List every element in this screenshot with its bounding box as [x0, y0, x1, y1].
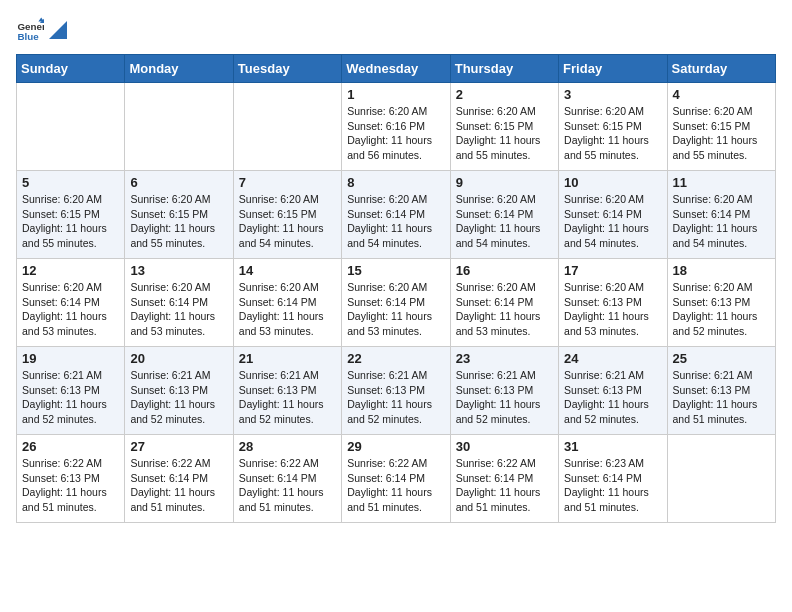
calendar-cell: 21Sunrise: 6:21 AMSunset: 6:13 PMDayligh…	[233, 347, 341, 435]
calendar-cell: 7Sunrise: 6:20 AMSunset: 6:15 PMDaylight…	[233, 171, 341, 259]
calendar-header-wednesday: Wednesday	[342, 55, 450, 83]
day-number: 28	[239, 439, 336, 454]
day-info: Sunrise: 6:21 AMSunset: 6:13 PMDaylight:…	[22, 368, 119, 427]
calendar-cell: 9Sunrise: 6:20 AMSunset: 6:14 PMDaylight…	[450, 171, 558, 259]
day-info: Sunrise: 6:20 AMSunset: 6:15 PMDaylight:…	[239, 192, 336, 251]
day-info: Sunrise: 6:20 AMSunset: 6:15 PMDaylight:…	[564, 104, 661, 163]
day-info: Sunrise: 6:20 AMSunset: 6:14 PMDaylight:…	[456, 192, 553, 251]
calendar-cell: 2Sunrise: 6:20 AMSunset: 6:15 PMDaylight…	[450, 83, 558, 171]
calendar-week-row: 12Sunrise: 6:20 AMSunset: 6:14 PMDayligh…	[17, 259, 776, 347]
day-info: Sunrise: 6:22 AMSunset: 6:14 PMDaylight:…	[239, 456, 336, 515]
calendar-cell: 23Sunrise: 6:21 AMSunset: 6:13 PMDayligh…	[450, 347, 558, 435]
day-info: Sunrise: 6:21 AMSunset: 6:13 PMDaylight:…	[673, 368, 770, 427]
logo: General Blue	[16, 16, 68, 44]
day-info: Sunrise: 6:20 AMSunset: 6:15 PMDaylight:…	[22, 192, 119, 251]
logo-icon: General Blue	[16, 16, 44, 44]
calendar-header-sunday: Sunday	[17, 55, 125, 83]
day-number: 14	[239, 263, 336, 278]
calendar-week-row: 5Sunrise: 6:20 AMSunset: 6:15 PMDaylight…	[17, 171, 776, 259]
calendar-cell: 3Sunrise: 6:20 AMSunset: 6:15 PMDaylight…	[559, 83, 667, 171]
day-number: 19	[22, 351, 119, 366]
day-number: 9	[456, 175, 553, 190]
calendar-cell: 31Sunrise: 6:23 AMSunset: 6:14 PMDayligh…	[559, 435, 667, 523]
svg-marker-4	[49, 21, 67, 39]
day-number: 2	[456, 87, 553, 102]
calendar-cell: 14Sunrise: 6:20 AMSunset: 6:14 PMDayligh…	[233, 259, 341, 347]
day-info: Sunrise: 6:20 AMSunset: 6:14 PMDaylight:…	[673, 192, 770, 251]
day-number: 16	[456, 263, 553, 278]
calendar-cell: 4Sunrise: 6:20 AMSunset: 6:15 PMDaylight…	[667, 83, 775, 171]
page-header: General Blue	[16, 16, 776, 44]
calendar-cell: 26Sunrise: 6:22 AMSunset: 6:13 PMDayligh…	[17, 435, 125, 523]
calendar-cell: 16Sunrise: 6:20 AMSunset: 6:14 PMDayligh…	[450, 259, 558, 347]
calendar-header-row: SundayMondayTuesdayWednesdayThursdayFrid…	[17, 55, 776, 83]
calendar-cell	[125, 83, 233, 171]
day-number: 27	[130, 439, 227, 454]
calendar-header-monday: Monday	[125, 55, 233, 83]
day-number: 13	[130, 263, 227, 278]
calendar-cell: 17Sunrise: 6:20 AMSunset: 6:13 PMDayligh…	[559, 259, 667, 347]
calendar-cell: 20Sunrise: 6:21 AMSunset: 6:13 PMDayligh…	[125, 347, 233, 435]
day-number: 29	[347, 439, 444, 454]
calendar-cell: 10Sunrise: 6:20 AMSunset: 6:14 PMDayligh…	[559, 171, 667, 259]
calendar-cell: 11Sunrise: 6:20 AMSunset: 6:14 PMDayligh…	[667, 171, 775, 259]
day-info: Sunrise: 6:22 AMSunset: 6:13 PMDaylight:…	[22, 456, 119, 515]
day-info: Sunrise: 6:20 AMSunset: 6:14 PMDaylight:…	[239, 280, 336, 339]
calendar-week-row: 1Sunrise: 6:20 AMSunset: 6:16 PMDaylight…	[17, 83, 776, 171]
day-info: Sunrise: 6:20 AMSunset: 6:14 PMDaylight:…	[564, 192, 661, 251]
calendar-cell: 24Sunrise: 6:21 AMSunset: 6:13 PMDayligh…	[559, 347, 667, 435]
calendar-header-friday: Friday	[559, 55, 667, 83]
day-info: Sunrise: 6:20 AMSunset: 6:13 PMDaylight:…	[564, 280, 661, 339]
calendar-cell: 8Sunrise: 6:20 AMSunset: 6:14 PMDaylight…	[342, 171, 450, 259]
day-info: Sunrise: 6:20 AMSunset: 6:15 PMDaylight:…	[456, 104, 553, 163]
calendar-cell: 15Sunrise: 6:20 AMSunset: 6:14 PMDayligh…	[342, 259, 450, 347]
day-info: Sunrise: 6:20 AMSunset: 6:14 PMDaylight:…	[347, 192, 444, 251]
day-number: 26	[22, 439, 119, 454]
day-number: 6	[130, 175, 227, 190]
day-number: 7	[239, 175, 336, 190]
calendar-cell: 13Sunrise: 6:20 AMSunset: 6:14 PMDayligh…	[125, 259, 233, 347]
day-info: Sunrise: 6:22 AMSunset: 6:14 PMDaylight:…	[130, 456, 227, 515]
day-number: 22	[347, 351, 444, 366]
day-info: Sunrise: 6:20 AMSunset: 6:16 PMDaylight:…	[347, 104, 444, 163]
day-number: 15	[347, 263, 444, 278]
day-info: Sunrise: 6:20 AMSunset: 6:14 PMDaylight:…	[130, 280, 227, 339]
day-number: 8	[347, 175, 444, 190]
day-info: Sunrise: 6:22 AMSunset: 6:14 PMDaylight:…	[347, 456, 444, 515]
calendar-header-thursday: Thursday	[450, 55, 558, 83]
day-info: Sunrise: 6:20 AMSunset: 6:14 PMDaylight:…	[22, 280, 119, 339]
day-number: 31	[564, 439, 661, 454]
calendar-table: SundayMondayTuesdayWednesdayThursdayFrid…	[16, 54, 776, 523]
logo-triangle-icon	[49, 21, 67, 39]
day-info: Sunrise: 6:21 AMSunset: 6:13 PMDaylight:…	[239, 368, 336, 427]
day-number: 4	[673, 87, 770, 102]
day-info: Sunrise: 6:20 AMSunset: 6:15 PMDaylight:…	[130, 192, 227, 251]
day-number: 12	[22, 263, 119, 278]
calendar-cell: 29Sunrise: 6:22 AMSunset: 6:14 PMDayligh…	[342, 435, 450, 523]
day-info: Sunrise: 6:21 AMSunset: 6:13 PMDaylight:…	[347, 368, 444, 427]
calendar-cell: 30Sunrise: 6:22 AMSunset: 6:14 PMDayligh…	[450, 435, 558, 523]
day-number: 3	[564, 87, 661, 102]
day-number: 5	[22, 175, 119, 190]
day-number: 1	[347, 87, 444, 102]
calendar-cell	[233, 83, 341, 171]
calendar-header-tuesday: Tuesday	[233, 55, 341, 83]
calendar-cell: 6Sunrise: 6:20 AMSunset: 6:15 PMDaylight…	[125, 171, 233, 259]
day-number: 11	[673, 175, 770, 190]
day-info: Sunrise: 6:21 AMSunset: 6:13 PMDaylight:…	[564, 368, 661, 427]
day-info: Sunrise: 6:23 AMSunset: 6:14 PMDaylight:…	[564, 456, 661, 515]
day-number: 17	[564, 263, 661, 278]
day-info: Sunrise: 6:20 AMSunset: 6:14 PMDaylight:…	[456, 280, 553, 339]
day-number: 23	[456, 351, 553, 366]
calendar-cell: 5Sunrise: 6:20 AMSunset: 6:15 PMDaylight…	[17, 171, 125, 259]
day-number: 30	[456, 439, 553, 454]
calendar-cell: 12Sunrise: 6:20 AMSunset: 6:14 PMDayligh…	[17, 259, 125, 347]
day-info: Sunrise: 6:20 AMSunset: 6:13 PMDaylight:…	[673, 280, 770, 339]
day-info: Sunrise: 6:21 AMSunset: 6:13 PMDaylight:…	[130, 368, 227, 427]
day-number: 18	[673, 263, 770, 278]
svg-text:Blue: Blue	[17, 31, 39, 42]
day-number: 10	[564, 175, 661, 190]
day-number: 20	[130, 351, 227, 366]
day-info: Sunrise: 6:22 AMSunset: 6:14 PMDaylight:…	[456, 456, 553, 515]
calendar-cell: 27Sunrise: 6:22 AMSunset: 6:14 PMDayligh…	[125, 435, 233, 523]
